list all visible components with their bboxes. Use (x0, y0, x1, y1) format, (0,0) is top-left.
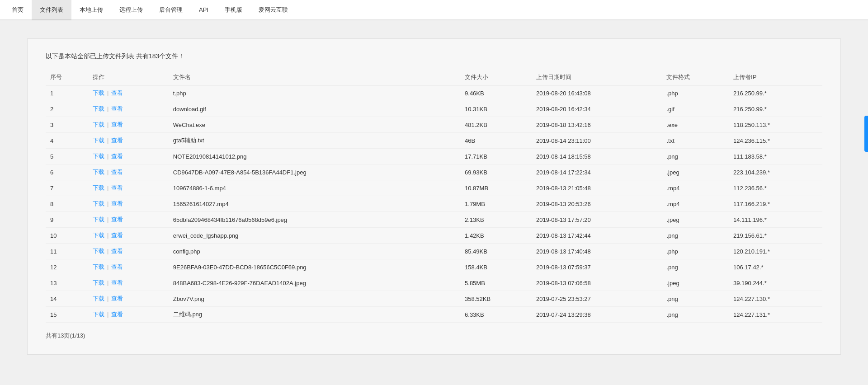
row-id: 2 (46, 101, 88, 117)
view-link[interactable]: 查看 (111, 89, 123, 96)
row-date: 2019-08-13 21:05:48 (532, 180, 662, 196)
row-date: 2019-07-25 23:53:27 (532, 291, 662, 307)
view-link[interactable]: 查看 (111, 105, 123, 112)
nav-item-文件列表[interactable]: 文件列表 (32, 0, 71, 20)
table-row: 13下载 | 查看848BA683-C298-4E26-929F-76DAEAD… (46, 275, 822, 291)
view-link[interactable]: 查看 (111, 279, 123, 286)
content-box: 以下是本站全部已上传文件列表 共有183个文件！ 序号操作文件名文件大小上传日期… (27, 38, 841, 355)
col-header: 文件名 (169, 70, 460, 85)
row-date: 2019-08-13 20:53:26 (532, 196, 662, 212)
row-size: 2.13KB (460, 212, 532, 228)
row-size: 46B (460, 133, 532, 149)
row-format: .png (662, 228, 729, 244)
table-row: 5下载 | 查看NOTE20190814141012.png17.71KB201… (46, 149, 822, 164)
download-link[interactable]: 下载 (93, 248, 104, 254)
row-actions: 下载 | 查看 (88, 101, 169, 117)
view-link[interactable]: 查看 (111, 137, 123, 144)
row-id: 9 (46, 212, 88, 228)
nav-item-API[interactable]: API (191, 0, 217, 20)
row-id: 4 (46, 133, 88, 149)
row-size: 158.4KB (460, 259, 532, 275)
nav-item-爱网云互联[interactable]: 爱网云互联 (250, 0, 296, 20)
row-date: 2019-08-20 16:43:08 (532, 85, 662, 101)
download-link[interactable]: 下载 (93, 153, 104, 160)
row-date: 2019-08-13 17:40:48 (532, 244, 662, 259)
download-link[interactable]: 下载 (93, 279, 104, 286)
action-separator: | (105, 121, 110, 128)
row-actions: 下载 | 查看 (88, 275, 169, 291)
row-id: 12 (46, 259, 88, 275)
download-link[interactable]: 下载 (93, 311, 104, 318)
row-id: 13 (46, 275, 88, 291)
row-size: 1.79MB (460, 196, 532, 212)
row-ip: 223.104.239.* (729, 164, 822, 180)
view-link[interactable]: 查看 (111, 121, 123, 128)
nav-item-手机版[interactable]: 手机版 (217, 0, 250, 20)
action-separator: | (105, 279, 110, 286)
row-date: 2019-08-20 16:42:34 (532, 101, 662, 117)
action-separator: | (105, 232, 110, 239)
row-size: 85.49KB (460, 244, 532, 259)
download-link[interactable]: 下载 (93, 200, 104, 207)
row-size: 69.93KB (460, 164, 532, 180)
row-date: 2019-08-14 23:11:00 (532, 133, 662, 149)
view-link[interactable]: 查看 (111, 232, 123, 239)
nav-item-远程上传[interactable]: 远程上传 (111, 0, 151, 20)
download-link[interactable]: 下载 (93, 295, 104, 302)
row-filename: 1565261614027.mp4 (169, 196, 460, 212)
download-link[interactable]: 下载 (93, 263, 104, 270)
row-id: 11 (46, 244, 88, 259)
view-link[interactable]: 查看 (111, 216, 123, 223)
row-id: 7 (46, 180, 88, 196)
row-filename: Zbov7V.png (169, 291, 460, 307)
view-link[interactable]: 查看 (111, 184, 123, 191)
row-date: 2019-08-14 18:15:58 (532, 149, 662, 164)
row-actions: 下载 | 查看 (88, 85, 169, 101)
row-actions: 下载 | 查看 (88, 244, 169, 259)
row-format: .jpeg (662, 212, 729, 228)
view-link[interactable]: 查看 (111, 295, 123, 302)
col-header: 序号 (46, 70, 88, 85)
view-link[interactable]: 查看 (111, 263, 123, 270)
row-size: 9.46KB (460, 85, 532, 101)
row-actions: 下载 | 查看 (88, 228, 169, 244)
download-link[interactable]: 下载 (93, 89, 104, 96)
row-ip: 216.250.99.* (729, 85, 822, 101)
table-row: 12下载 | 查看9E26BFA9-03E0-47DD-BCD8-18656C5… (46, 259, 822, 275)
scroll-indicator[interactable] (864, 116, 868, 152)
row-date: 2019-08-13 07:06:58 (532, 275, 662, 291)
download-link[interactable]: 下载 (93, 137, 104, 144)
row-date: 2019-08-13 07:59:37 (532, 259, 662, 275)
nav-item-后台管理[interactable]: 后台管理 (151, 0, 191, 20)
download-link[interactable]: 下载 (93, 105, 104, 112)
row-actions: 下载 | 查看 (88, 164, 169, 180)
table-row: 14下载 | 查看Zbov7V.png358.52KB2019-07-25 23… (46, 291, 822, 307)
row-size: 481.2KB (460, 117, 532, 133)
nav-item-首页[interactable]: 首页 (4, 0, 32, 20)
row-filename: 9E26BFA9-03E0-47DD-BCD8-18656C5C0F69.png (169, 259, 460, 275)
download-link[interactable]: 下载 (93, 121, 104, 128)
row-actions: 下载 | 查看 (88, 180, 169, 196)
view-link[interactable]: 查看 (111, 200, 123, 207)
row-actions: 下载 | 查看 (88, 133, 169, 149)
table-row: 4下载 | 查看gta5辅助.txt46B2019-08-14 23:11:00… (46, 133, 822, 149)
row-date: 2019-08-13 17:42:44 (532, 228, 662, 244)
row-format: .png (662, 291, 729, 307)
row-format: .png (662, 149, 729, 164)
download-link[interactable]: 下载 (93, 216, 104, 223)
row-id: 5 (46, 149, 88, 164)
table-row: 1下载 | 查看t.php9.46KB2019-08-20 16:43:08.p… (46, 85, 822, 101)
view-link[interactable]: 查看 (111, 248, 123, 254)
view-link[interactable]: 查看 (111, 153, 123, 160)
view-link[interactable]: 查看 (111, 169, 123, 175)
download-link[interactable]: 下载 (93, 184, 104, 191)
row-filename: t.php (169, 85, 460, 101)
row-ip: 216.250.99.* (729, 101, 822, 117)
download-link[interactable]: 下载 (93, 232, 104, 239)
nav-item-本地上传[interactable]: 本地上传 (71, 0, 111, 20)
download-link[interactable]: 下载 (93, 169, 104, 175)
row-id: 10 (46, 228, 88, 244)
row-actions: 下载 | 查看 (88, 149, 169, 164)
view-link[interactable]: 查看 (111, 311, 123, 318)
table-row: 11下载 | 查看config.php85.49KB2019-08-13 17:… (46, 244, 822, 259)
